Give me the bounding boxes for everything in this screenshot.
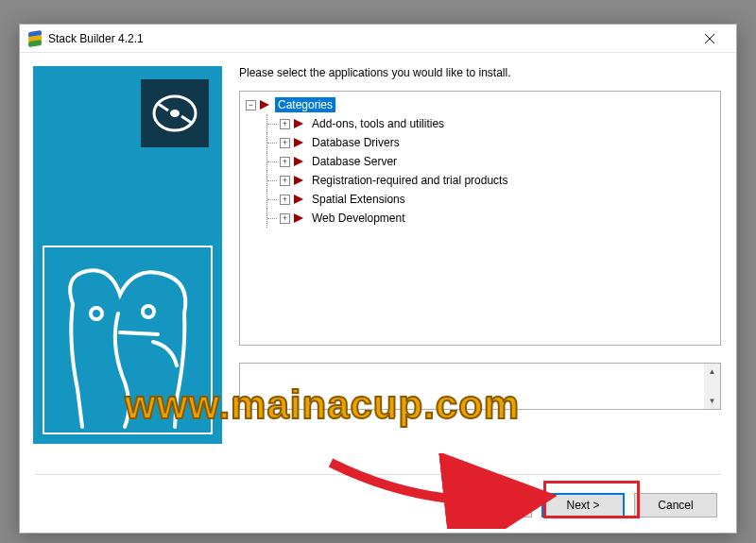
scrollbar[interactable]: ▲ ▼	[704, 364, 720, 409]
applications-tree[interactable]: − Categories + Add-ons, tools and utilit…	[239, 91, 721, 346]
expand-icon[interactable]: +	[280, 195, 290, 205]
tree-node-spatial[interactable]: + Spatial Extensions	[266, 190, 714, 209]
divider	[35, 474, 721, 475]
collapse-icon[interactable]: −	[246, 100, 256, 110]
flag-icon	[294, 119, 303, 128]
selected-packages-box[interactable]: ▲ ▼	[239, 363, 721, 410]
main-panel: Please select the applications you would…	[222, 66, 721, 450]
expand-icon[interactable]: +	[280, 157, 290, 167]
tree-node-addons[interactable]: + Add-ons, tools and utilities	[266, 114, 714, 133]
tree-connector	[266, 190, 280, 209]
flag-icon	[294, 176, 303, 185]
tree-label: Spatial Extensions	[309, 192, 408, 207]
tree-connector	[266, 133, 280, 152]
scroll-track[interactable]	[704, 380, 720, 393]
disc-icon	[141, 79, 209, 147]
tree-label: Web Development	[309, 211, 408, 226]
expand-icon[interactable]: +	[280, 119, 290, 129]
wizard-buttons: < Back Next > Cancel	[449, 493, 717, 518]
flag-icon	[294, 157, 303, 166]
tree-node-registration[interactable]: + Registration-required and trial produc…	[266, 171, 714, 190]
tree-label: Registration-required and trial products	[309, 173, 510, 188]
tree-node-db-drivers[interactable]: + Database Drivers	[266, 133, 714, 152]
window-title: Stack Builder 4.2.1	[48, 32, 691, 45]
postgresql-elephant-icon	[43, 246, 213, 434]
tree-label: Database Server	[309, 154, 400, 169]
scroll-down-icon[interactable]: ▼	[704, 393, 720, 409]
scroll-up-icon[interactable]: ▲	[704, 364, 720, 380]
svg-point-3	[170, 110, 180, 117]
tree-node-db-server[interactable]: + Database Server	[266, 152, 714, 171]
tree-label-categories: Categories	[275, 97, 335, 112]
instruction-text: Please select the applications you would…	[239, 66, 721, 79]
close-button[interactable]	[691, 25, 729, 52]
expand-icon[interactable]: +	[280, 138, 290, 148]
expand-icon[interactable]: +	[280, 176, 290, 186]
tree-node-categories[interactable]: − Categories	[246, 95, 714, 114]
tree-label: Database Drivers	[309, 135, 403, 150]
next-button[interactable]: Next >	[541, 493, 625, 518]
flag-icon	[294, 213, 303, 223]
tree-connector	[266, 171, 280, 190]
stack-builder-icon	[27, 31, 43, 46]
cancel-button[interactable]: Cancel	[634, 493, 717, 518]
content-area: Please select the applications you would…	[20, 53, 736, 459]
tree-node-web-dev[interactable]: + Web Development	[266, 209, 714, 228]
tree-connector	[266, 209, 280, 228]
titlebar[interactable]: Stack Builder 4.2.1	[20, 25, 736, 53]
tree-connector	[266, 152, 280, 171]
tree-connector	[266, 114, 280, 133]
svg-line-5	[181, 116, 193, 124]
stack-builder-window: Stack Builder 4.2.1	[19, 24, 737, 534]
svg-point-7	[143, 306, 154, 317]
svg-point-6	[91, 308, 102, 319]
close-icon	[705, 34, 714, 43]
back-button[interactable]: < Back	[449, 493, 532, 518]
flag-icon	[260, 100, 269, 110]
expand-icon[interactable]: +	[280, 213, 290, 224]
tree-label: Add-ons, tools and utilities	[309, 116, 447, 131]
flag-icon	[294, 195, 303, 204]
flag-icon	[294, 138, 303, 147]
wizard-sidebar-image	[33, 66, 222, 444]
svg-line-4	[157, 103, 168, 110]
